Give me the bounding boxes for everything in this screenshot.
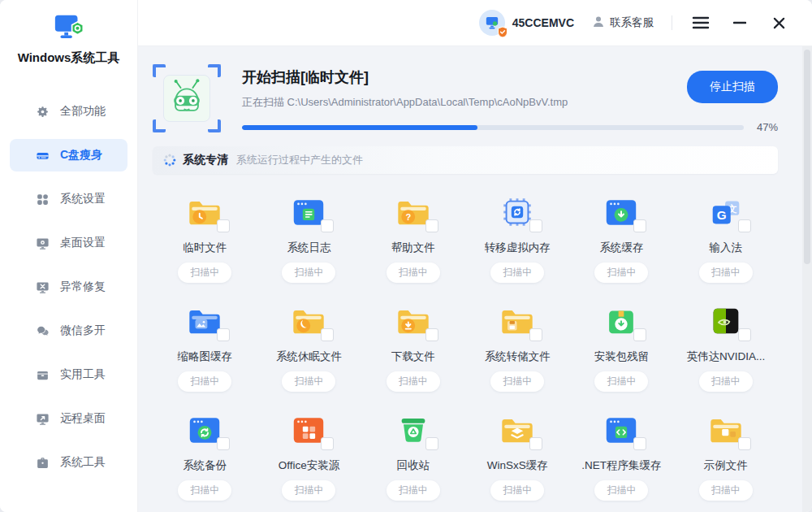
- menu-button[interactable]: [690, 12, 711, 33]
- item-label: 英伟达NVIDIA...: [686, 349, 765, 364]
- drive-icon: [35, 148, 50, 163]
- item-label: Office安装源: [279, 458, 340, 473]
- progress-track: [242, 125, 744, 130]
- sidebar-item-system-settings[interactable]: 系统设置: [10, 183, 127, 215]
- item-checkbox[interactable]: [425, 437, 438, 450]
- contact-support-button[interactable]: 联系客服: [592, 15, 654, 31]
- item-checkbox[interactable]: [633, 328, 646, 341]
- item-label: 下载文件: [391, 349, 435, 364]
- window-office-icon: [290, 411, 327, 449]
- item-checkbox[interactable]: [529, 437, 542, 450]
- scan-item-nvidia[interactable]: 英伟达NVIDIA...扫描中: [674, 302, 778, 392]
- item-label: 缩略图缓存: [177, 349, 232, 364]
- content: 开始扫描[临时文件] 正在扫描 C:\Users\Administrator\A…: [138, 46, 812, 512]
- scan-item-virtual-memory[interactable]: 转移虚拟内存扫描中: [465, 193, 569, 283]
- folder-moon-icon: [290, 302, 327, 340]
- scan-item-temp-files[interactable]: 临时文件扫描中: [153, 193, 257, 283]
- item-status-badge: 扫描中: [594, 371, 648, 392]
- sidebar-item-system-tools[interactable]: 系统工具: [10, 446, 127, 479]
- item-checkbox[interactable]: [217, 328, 230, 341]
- chat-icon: [35, 323, 50, 338]
- toolbox-icon: [35, 367, 50, 382]
- item-label: 系统备份: [183, 458, 227, 473]
- item-checkbox[interactable]: [425, 328, 438, 341]
- scan-item-installer-leftover[interactable]: 安装包残留扫描中: [569, 302, 673, 392]
- close-button[interactable]: [768, 12, 789, 33]
- scan-item-winsxs-cache[interactable]: WinSxS缓存扫描中: [465, 411, 569, 501]
- window-download-icon: [603, 193, 640, 231]
- scan-item-sample-files[interactable]: 示例文件扫描中: [674, 411, 778, 501]
- scan-item-thumbnail-cache[interactable]: 缩略图缓存扫描中: [153, 302, 257, 392]
- item-checkbox[interactable]: [425, 219, 438, 232]
- item-checkbox[interactable]: [738, 328, 751, 341]
- item-label: 临时文件: [183, 241, 227, 255]
- folder-layers-icon: [499, 411, 536, 449]
- app-logo-icon: [50, 13, 88, 49]
- user-avatar: [479, 10, 505, 36]
- scan-item-download-files[interactable]: 下载文件扫描中: [361, 302, 465, 392]
- sidebar-item-label: 全部功能: [60, 104, 106, 119]
- sidebar-item-label: 异常修复: [60, 280, 106, 294]
- item-checkbox[interactable]: [633, 437, 646, 450]
- scan-item-office-source[interactable]: Office安装源扫描中: [257, 411, 361, 501]
- item-checkbox[interactable]: [321, 328, 334, 341]
- sidebar-item-remote-desktop[interactable]: 远程桌面: [10, 402, 127, 435]
- scan-items-grid: 临时文件扫描中 系统日志扫描中 ?帮助文件扫描中 转移虚拟内存扫描中 系统缓存扫…: [153, 193, 778, 501]
- item-checkbox[interactable]: [529, 219, 542, 232]
- item-status-badge: 扫描中: [594, 263, 648, 283]
- gear-icon: [35, 104, 50, 119]
- sidebar-item-label: 远程桌面: [60, 411, 106, 426]
- scan-item-recycle-bin[interactable]: 回收站扫描中: [361, 411, 465, 501]
- sidebar-item-desktop-settings[interactable]: 桌面设置: [10, 227, 127, 259]
- minimize-button[interactable]: [729, 12, 750, 33]
- scan-item-input-method[interactable]: 文 G输入法扫描中: [674, 193, 778, 283]
- scan-item-dump-files[interactable]: 系统转储文件扫描中: [465, 302, 569, 392]
- item-checkbox[interactable]: [217, 437, 230, 450]
- scan-title: 开始扫描[临时文件]: [242, 67, 568, 87]
- sidebar-item-all-features[interactable]: 全部功能: [10, 95, 127, 128]
- sidebar-item-label: 微信多开: [60, 323, 106, 338]
- item-status-badge: 扫描中: [178, 480, 231, 501]
- item-status-badge: 扫描中: [699, 263, 753, 283]
- item-checkbox[interactable]: [633, 219, 646, 232]
- item-label: 回收站: [397, 458, 430, 473]
- sidebar-item-label: 实用工具: [60, 367, 106, 382]
- folder-image-icon: [186, 302, 223, 340]
- sidebar-item-utilities[interactable]: 实用工具: [10, 358, 127, 391]
- account-button[interactable]: 45CCEMVC: [479, 10, 574, 36]
- briefcase-icon: [35, 455, 50, 470]
- item-checkbox[interactable]: [738, 437, 751, 450]
- item-label: 系统转储文件: [485, 349, 551, 364]
- item-checkbox[interactable]: [321, 437, 334, 450]
- item-status-badge: 扫描中: [490, 263, 544, 283]
- scan-item-dotnet-cache[interactable]: .NET程序集缓存扫描中: [569, 411, 673, 501]
- item-checkbox[interactable]: [738, 219, 751, 232]
- sidebar-item-wechat-multi[interactable]: 微信多开: [10, 315, 127, 347]
- scan-item-system-backup[interactable]: 系统备份扫描中: [153, 411, 257, 501]
- item-status-badge: 扫描中: [282, 371, 335, 392]
- svg-text:G: G: [717, 208, 727, 222]
- item-status-badge: 扫描中: [178, 263, 231, 283]
- item-status-badge: 扫描中: [387, 263, 440, 283]
- item-checkbox[interactable]: [321, 219, 334, 232]
- scan-item-system-logs[interactable]: 系统日志扫描中: [257, 193, 361, 283]
- sidebar-item-error-repair[interactable]: 异常修复: [10, 271, 127, 303]
- person-icon: [592, 15, 605, 31]
- item-label: 安装包残留: [594, 349, 650, 364]
- item-label: 输入法: [710, 241, 743, 255]
- scrollbar-thumb[interactable]: [804, 50, 810, 264]
- chip-refresh-icon: [499, 193, 536, 231]
- sidebar-item-c-drive-slim[interactable]: C盘瘦身: [10, 139, 127, 171]
- item-checkbox[interactable]: [217, 219, 230, 232]
- sidebar-item-label: 桌面设置: [60, 236, 106, 250]
- scan-item-system-cache[interactable]: 系统缓存扫描中: [569, 193, 673, 283]
- topbar-divider: [672, 15, 672, 30]
- scrollbar-track[interactable]: [802, 46, 812, 512]
- item-checkbox[interactable]: [529, 328, 542, 341]
- scan-item-help-files[interactable]: ?帮助文件扫描中: [361, 193, 465, 283]
- translate-icon: 文 G: [707, 193, 745, 231]
- sidebar-item-label: C盘瘦身: [60, 148, 102, 163]
- scan-progress: 47%: [242, 121, 778, 133]
- stop-scan-button[interactable]: 停止扫描: [687, 71, 778, 103]
- scan-item-hibernation-file[interactable]: 系统休眠文件扫描中: [257, 302, 361, 392]
